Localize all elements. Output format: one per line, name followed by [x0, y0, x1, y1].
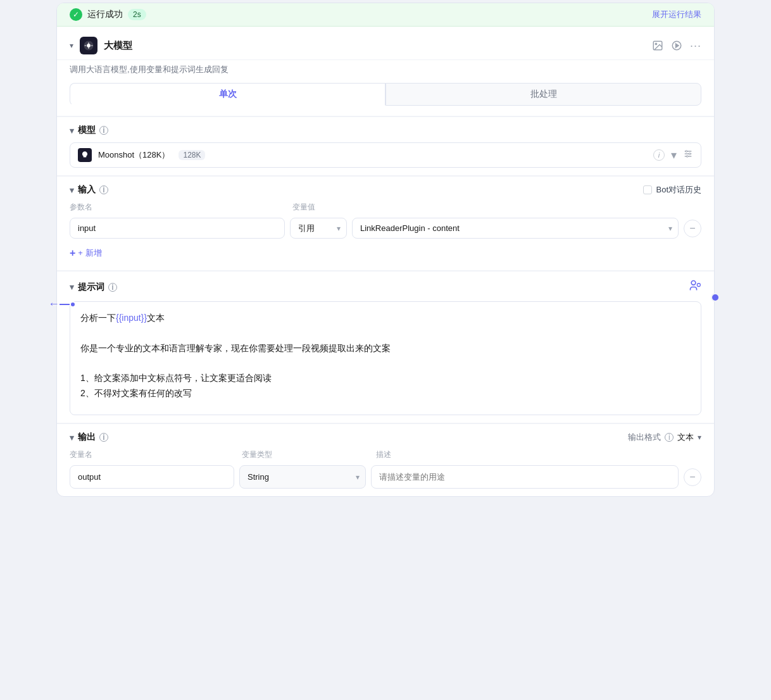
output-type-select-wrapper: String Number Boolean ▾ — [239, 465, 366, 489]
svg-point-8 — [686, 151, 687, 153]
input-section: ▾ 输入 i Bot对话历史 参数名 变量值 引用 — [57, 176, 714, 270]
model-section-label: 模型 — [78, 125, 96, 136]
output-format-info-icon: i — [665, 433, 674, 442]
output-chevron-icon[interactable]: ▾ — [70, 433, 74, 442]
svg-point-9 — [689, 153, 691, 155]
reference-type-select-wrapper: 引用 直接 ▾ — [290, 218, 347, 239]
model-settings-btn[interactable] — [683, 149, 693, 161]
output-var-input[interactable] — [70, 465, 234, 489]
prompt-line-5: 1、给文案添加中文标点符号，让文案更适合阅读 — [80, 371, 691, 386]
prompt-line-6: 2、不得对文案有任何的改写 — [80, 386, 691, 401]
variable-value-select[interactable]: LinkReaderPlugin - content — [352, 218, 679, 239]
col-header-vartype: 变量类型 — [242, 449, 368, 460]
model-dropdown-btn[interactable]: ▾ — [671, 148, 677, 162]
col-header-val: 变量值 — [292, 202, 701, 213]
bot-history-checkbox-row: Bot对话历史 — [643, 184, 701, 196]
param-name-input[interactable] — [70, 218, 285, 239]
bot-history-label: Bot对话历史 — [656, 184, 701, 196]
svg-point-10 — [686, 156, 688, 158]
tabs-row: 单次 批处理 — [57, 83, 714, 116]
svg-marker-4 — [675, 44, 679, 47]
model-info-icon: i — [99, 126, 108, 135]
output-format-value: 文本 ▾ — [677, 432, 701, 443]
reference-type-select[interactable]: 引用 直接 — [290, 218, 347, 239]
add-input-btn[interactable]: + + 新增 — [70, 244, 102, 263]
main-section-header: ▾ 大模型 — [57, 27, 714, 60]
output-section-label: 输出 — [78, 432, 96, 443]
prompt-area[interactable]: 分析一下{{input}}文本 你是一个专业的文本和语言理解专家，现在你需要处理… — [70, 301, 701, 415]
input-row: 引用 直接 ▾ LinkReaderPlugin - content ▾ − — [70, 218, 701, 239]
output-section: ▾ 输出 i 输出格式 i 文本 ▾ 变量名 变量类型 描述 — [57, 423, 714, 496]
more-icon-btn[interactable]: ··· — [690, 39, 701, 53]
top-bar: ✓ 运行成功 2s 展开运行结果 — [57, 3, 714, 27]
prompt-info-icon: i — [108, 283, 117, 292]
prompt-line-3: 你是一个专业的文本和语言理解专家，现在你需要处理一段视频提取出来的文案 — [80, 341, 691, 356]
remove-output-row-btn[interactable]: − — [684, 468, 701, 486]
add-icon: + — [70, 247, 75, 259]
variable-value-select-wrapper: LinkReaderPlugin - content ▾ — [352, 218, 679, 239]
success-icon: ✓ — [70, 8, 82, 21]
run-success-label: 运行成功 — [87, 9, 123, 20]
svg-point-11 — [691, 281, 696, 285]
col-header-param: 参数名 — [70, 202, 285, 213]
svg-point-2 — [655, 43, 656, 44]
output-type-select[interactable]: String Number Boolean — [239, 465, 366, 489]
input-info-icon: i — [99, 185, 108, 194]
input-chevron-icon[interactable]: ▾ — [70, 185, 74, 195]
remove-input-row-btn[interactable]: − — [684, 220, 701, 237]
image-icon-btn[interactable] — [652, 40, 663, 51]
moonshot-logo — [78, 148, 92, 162]
prompt-chevron-icon[interactable]: ▾ — [70, 282, 74, 292]
prompt-person-settings-icon[interactable] — [689, 279, 701, 295]
add-input-label: + 新增 — [78, 247, 101, 259]
model-row: Moonshot（128K） 128K i ▾ — [70, 142, 701, 168]
output-format-row: 输出格式 i 文本 ▾ — [628, 432, 701, 443]
prompt-variable-input: {{input}} — [116, 313, 147, 323]
tab-single[interactable]: 单次 — [70, 83, 385, 106]
model-section: ▾ 模型 i Moonshot（128K） 128K i ▾ — [57, 116, 714, 175]
output-format-chevron-icon[interactable]: ▾ — [698, 433, 701, 442]
section-description: 调用大语言模型,使用变量和提示词生成回复 — [57, 60, 714, 83]
output-info-icon: i — [99, 433, 108, 442]
left-arrow-icon: ← — [48, 297, 60, 311]
tab-batch[interactable]: 批处理 — [385, 83, 701, 106]
model-section-icon — [80, 37, 97, 54]
bot-history-checkbox[interactable] — [643, 185, 652, 194]
output-row: String Number Boolean ▾ − — [70, 465, 701, 489]
run-time-badge: 2s — [128, 9, 146, 20]
col-header-desc: 描述 — [376, 449, 701, 460]
right-connector-dot — [711, 293, 720, 302]
output-format-label: 输出格式 — [628, 432, 661, 443]
input-section-label: 输入 — [78, 184, 96, 196]
output-desc-input[interactable] — [371, 465, 679, 489]
prompt-section: ▾ 提示词 i 分析一下{{input}}文本 你是一个专业的文本和语言理解专家 — [57, 271, 714, 423]
prompt-line-1: 分析一下{{input}}文本 — [80, 311, 691, 326]
play-icon-btn[interactable] — [671, 40, 682, 51]
main-section-title: 大模型 — [104, 40, 132, 52]
model-ctx-badge: 128K — [179, 150, 205, 160]
prompt-section-label: 提示词 — [78, 282, 104, 293]
expand-results-link[interactable]: 展开运行结果 — [652, 9, 701, 20]
model-chevron-icon[interactable]: ▾ — [70, 126, 74, 135]
model-info-btn[interactable]: i — [653, 149, 665, 161]
collapse-chevron-icon[interactable]: ▾ — [70, 41, 73, 50]
model-name-label: Moonshot（128K） — [98, 149, 170, 161]
col-header-varname: 变量名 — [70, 449, 234, 460]
